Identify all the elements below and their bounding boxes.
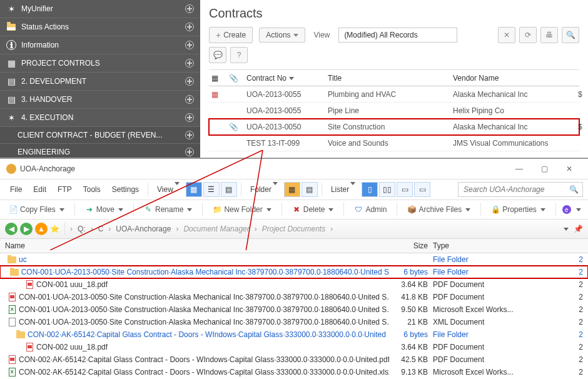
table-row[interactable]: UOA-2013-0055Pipe LineHelix Piping Co: [209, 103, 579, 119]
maximize-button[interactable]: ▢: [532, 163, 557, 175]
table-row[interactable]: 📎UOA-2013-0050Site ConstructionAlaska Me…: [209, 119, 579, 135]
file-row[interactable]: CON-002·AK-65142·Capital Glass Contract …: [0, 366, 588, 378]
col-contract-no[interactable]: Contract No: [244, 74, 325, 83]
lister-4[interactable]: ▭: [414, 182, 430, 197]
expand-icon[interactable]: [185, 77, 194, 86]
expand-icon[interactable]: [185, 4, 194, 13]
expand-icon[interactable]: [185, 41, 194, 49]
viewmode-3[interactable]: ▤: [221, 182, 237, 197]
cell-vendor: JMS Visual Communications: [450, 139, 575, 148]
crumb-docmgr[interactable]: Document Manager: [181, 223, 251, 235]
menu-settings[interactable]: Settings: [107, 183, 144, 196]
nav-up[interactable]: ▲: [35, 223, 48, 235]
archive-button[interactable]: 📦Archive Files: [403, 203, 474, 216]
menu-view[interactable]: View: [152, 183, 185, 196]
expand-icon[interactable]: [185, 131, 194, 139]
crumb-drive[interactable]: Q:: [75, 223, 88, 235]
delete-button[interactable]: ✖Delete: [288, 203, 338, 216]
lister-2[interactable]: ▯▯: [379, 182, 395, 197]
sidebar-item[interactable]: Information: [0, 36, 200, 54]
crumb-project[interactable]: UOA-Anchorage: [113, 223, 173, 235]
table-row[interactable]: TEST 13-IT-099Voice and SoundsJMS Visual…: [209, 135, 579, 151]
sidebar-item[interactable]: 2. DEVELOPMENT: [0, 73, 200, 91]
menu-lister[interactable]: Lister: [326, 183, 360, 196]
foldermode-1[interactable]: ▦: [284, 182, 300, 197]
file-row[interactable]: CON-002·AK-65142·Capital Glass Contract …: [0, 353, 588, 366]
col-type[interactable]: Type: [433, 241, 558, 250]
breadcrumb-caret[interactable]: [564, 228, 569, 231]
minimize-button[interactable]: —: [507, 163, 532, 175]
col-calendar[interactable]: ▦: [209, 74, 226, 83]
expand-icon[interactable]: [185, 59, 194, 68]
sidebar-item[interactable]: MyUnifier: [0, 0, 200, 18]
sidebar-item[interactable]: CLIENT CONTRACT - BUDGET (REVEN...: [0, 127, 200, 144]
crumb-c[interactable]: C: [96, 223, 106, 235]
search-icon[interactable]: 🔍: [569, 185, 579, 194]
new-folder-button[interactable]: 📁New Folder: [209, 203, 275, 216]
file-row[interactable]: CON-001·UOA-2013-0050·Site Construction·…: [0, 291, 588, 303]
sidebar-item[interactable]: Status Actions: [0, 18, 200, 36]
sidebar-item[interactable]: 4. EXECUTION: [0, 109, 200, 127]
tools-icon[interactable]: ✕: [498, 27, 515, 43]
menu-edit[interactable]: Edit: [28, 183, 51, 196]
file-row[interactable]: CON-001·UOA-2013-0050·Site Construction·…: [0, 303, 588, 316]
search-icon[interactable]: 🔍: [562, 27, 579, 43]
col-attach[interactable]: 📎: [226, 74, 244, 83]
expand-icon[interactable]: [185, 95, 194, 104]
help-icon[interactable]: ?: [230, 47, 248, 63]
file-row[interactable]: CON-001 uuu_18.pdf3.64 KBPDF Document2: [0, 278, 588, 291]
sidebar-item[interactable]: ENGINEERING: [0, 144, 200, 158]
col-size[interactable]: Size: [389, 241, 433, 250]
file-row[interactable]: ucFile Folder2: [0, 253, 588, 266]
file-row[interactable]: CON-002 uuu_18.pdf3.64 KBPDF Document2: [0, 341, 588, 353]
project-app: MyUnifierStatus ActionsInformationPROJEC…: [0, 0, 588, 158]
properties-button[interactable]: 🔒Properties: [487, 203, 549, 216]
viewmode-1[interactable]: ▦: [186, 182, 202, 197]
nav-back[interactable]: ◀: [5, 223, 18, 235]
foldermode-2[interactable]: ▤: [302, 182, 318, 197]
menubar: File Edit FTP Tools Settings View ▦ ☰ ▤ …: [0, 179, 588, 200]
table-row[interactable]: ▦UOA-2013-0055Plumbing and HVACAlaska Me…: [209, 86, 579, 103]
col-title[interactable]: Title: [325, 74, 450, 83]
col-vendor[interactable]: Vendor Name: [450, 74, 575, 83]
menu-tools[interactable]: Tools: [78, 183, 106, 196]
fav-icon[interactable]: ⭐: [50, 225, 59, 233]
lister-1[interactable]: ▯: [362, 182, 378, 197]
sidebar-item-label: ENGINEERING: [18, 148, 185, 156]
pin-icon[interactable]: 📌: [574, 225, 583, 233]
file-row[interactable]: CON-001·UOA-2013-0050·Site Construction·…: [0, 266, 588, 278]
actions-button[interactable]: Actions: [259, 28, 305, 43]
refresh-icon[interactable]: ⟳: [519, 27, 537, 43]
admin-button[interactable]: 🛡Admin: [350, 203, 390, 216]
search-box[interactable]: 🔍: [458, 182, 583, 197]
folder-icon: [16, 330, 25, 339]
file-type: PDF Document: [433, 355, 558, 364]
rename-button[interactable]: ✎Rename: [140, 203, 196, 216]
lister-3[interactable]: ▭: [397, 182, 413, 197]
search-input[interactable]: [462, 184, 569, 195]
expand-icon[interactable]: [185, 148, 194, 156]
nav-forward[interactable]: ▶: [20, 223, 33, 235]
file-name: CON-002 uuu_18.pdf: [5, 343, 389, 351]
close-button[interactable]: ✕: [557, 163, 582, 175]
copy-files-button[interactable]: 📄Copy Files: [5, 203, 68, 216]
file-row[interactable]: CON-002·AK-65142·Capital Glass Contract …: [0, 328, 588, 341]
sidebar-item[interactable]: 3. HANDOVER: [0, 91, 200, 109]
sidebar-item[interactable]: PROJECT CONTROLS: [0, 54, 200, 73]
col-name[interactable]: Name: [5, 241, 389, 250]
crumb-projdocs[interactable]: Project Documents: [260, 223, 328, 235]
expand-icon[interactable]: [185, 113, 194, 122]
badge-icon[interactable]: e: [562, 205, 571, 214]
view-select[interactable]: (Modified) All Records: [338, 28, 457, 43]
menu-ftp[interactable]: FTP: [53, 183, 77, 196]
menu-file[interactable]: File: [5, 183, 27, 196]
chat-icon[interactable]: 💬: [209, 47, 226, 63]
move-button[interactable]: ➜Move: [81, 203, 127, 216]
viewmode-2[interactable]: ☰: [203, 182, 220, 197]
print-icon[interactable]: 🖶: [540, 27, 558, 43]
expand-icon[interactable]: [185, 23, 194, 31]
file-name: CON-002·AK-65142·Capital Glass Contract …: [5, 330, 389, 339]
create-button[interactable]: Create: [209, 27, 253, 43]
menu-folder[interactable]: Folder: [245, 183, 283, 196]
file-row[interactable]: CON-001·UOA-2013-0050·Site Construction·…: [0, 316, 588, 328]
